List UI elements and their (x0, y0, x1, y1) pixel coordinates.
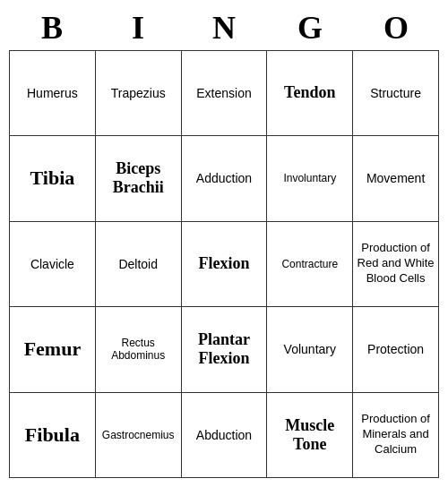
bingo-cell-r4-c0: Fibula (10, 392, 96, 478)
header-letter-o: O (353, 9, 439, 47)
bingo-row-0: HumerusTrapeziusExtensionTendonStructure (10, 50, 439, 136)
bingo-cell-r0-c3: Tendon (267, 50, 353, 136)
bingo-cell-r3-c0: Femur (10, 307, 96, 393)
bingo-row-3: FemurRectusAbdominusPlantarFlexionVolunt… (10, 307, 439, 393)
bingo-cell-r3-c3: Voluntary (267, 307, 353, 393)
bingo-cell-r1-c2: Adduction (181, 136, 267, 222)
bingo-cell-r1-c3: Involuntary (267, 136, 353, 222)
bingo-cell-r0-c4: Structure (353, 50, 439, 136)
header-letter-b: B (9, 9, 95, 47)
bingo-cell-r2-c1: Deltoid (95, 221, 181, 307)
bingo-row-1: TibiaBicepsBrachiiAdductionInvoluntaryMo… (10, 136, 439, 222)
bingo-cell-r0-c0: Humerus (10, 50, 96, 136)
bingo-cell-r3-c2: PlantarFlexion (181, 307, 267, 393)
bingo-cell-r3-c1: RectusAbdominus (95, 307, 181, 393)
header-letter-i: I (95, 9, 181, 47)
bingo-cell-r4-c3: MuscleTone (267, 392, 353, 478)
bingo-cell-r1-c0: Tibia (10, 136, 96, 222)
bingo-cell-r1-c4: Movement (353, 136, 439, 222)
bingo-cell-r1-c1: BicepsBrachii (95, 136, 181, 222)
bingo-cell-r2-c3: Contracture (267, 221, 353, 307)
bingo-cell-r4-c1: Gastrocnemius (95, 392, 181, 478)
bingo-cell-r2-c0: Clavicle (10, 221, 96, 307)
bingo-row-4: FibulaGastrocnemiusAbductionMuscleTonePr… (10, 392, 439, 478)
bingo-header: BINGO (9, 9, 439, 47)
bingo-cell-r3-c4: Protection (353, 307, 439, 393)
bingo-cell-r4-c2: Abduction (181, 392, 267, 478)
bingo-cell-r2-c4: Production of Red and White Blood Cells (353, 221, 439, 307)
header-letter-n: N (181, 9, 267, 47)
bingo-cell-r4-c4: Production of Minerals and Calcium (353, 392, 439, 478)
bingo-cell-r2-c2: Flexion (181, 221, 267, 307)
header-letter-g: G (267, 9, 353, 47)
bingo-cell-r0-c2: Extension (181, 50, 267, 136)
bingo-grid: HumerusTrapeziusExtensionTendonStructure… (9, 50, 439, 478)
bingo-row-2: ClavicleDeltoidFlexionContractureProduct… (10, 221, 439, 307)
bingo-cell-r0-c1: Trapezius (95, 50, 181, 136)
